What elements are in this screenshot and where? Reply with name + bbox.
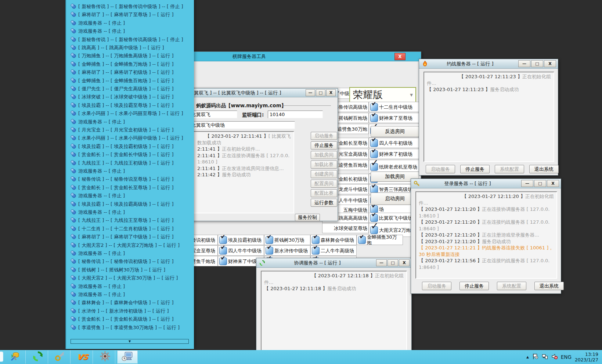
minimize-button[interactable]: — bbox=[376, 259, 387, 266]
load-room-button[interactable]: 加载房间 bbox=[311, 151, 337, 159]
server-list-item[interactable]: [ 大闹天宫2 ] -- [ 大闹天宫2万炮场 ] -- [ 运行 ] bbox=[71, 242, 180, 249]
taskbar-icon-server-tools[interactable] bbox=[5, 350, 26, 364]
flag-icon[interactable] bbox=[532, 353, 538, 361]
checkbox-checked-icon[interactable] bbox=[370, 163, 378, 171]
server-list-item[interactable]: 游戏服务器 -- [ 停止 ] bbox=[71, 167, 125, 175]
server-list-item[interactable]: [ 万炮捕鱼 ] -- [ 万炮捕鱼高级场 ] -- [ 运行 ] bbox=[71, 52, 174, 60]
run-params-button[interactable]: 运行参数 bbox=[311, 199, 337, 207]
maximize-button[interactable]: □ bbox=[387, 259, 398, 266]
start-service-button[interactable]: 启动服务 bbox=[422, 282, 451, 290]
stop-service-button[interactable]: 停止服务 bbox=[459, 282, 489, 290]
server-list-item[interactable]: [ 埃及拉霸 ] -- [ 埃及拉霸初级场 ] -- [ 运行 ] bbox=[71, 143, 174, 150]
system-config-button[interactable]: 系统配置 bbox=[495, 165, 524, 173]
scroll-down-button[interactable]: ▼ bbox=[71, 339, 189, 344]
server-list-item[interactable]: [ 冰球突破 ] -- [ 冰球突破中级场 ] -- [ 运行 ] bbox=[71, 93, 174, 101]
volume-muted-icon[interactable] bbox=[551, 353, 558, 361]
game-name-input[interactable] bbox=[190, 111, 237, 118]
checkbox-checked-icon[interactable] bbox=[370, 226, 378, 234]
clock[interactable]: 13:19 2023/1/27 bbox=[575, 352, 601, 363]
server-list-item[interactable]: 游戏服务器 -- [ 停止 ] bbox=[71, 250, 125, 257]
server-list-item[interactable]: [ 水果小玛丽 ] -- [ 水果小玛丽至尊场 ] -- [ 运行 ] bbox=[71, 110, 183, 117]
server-list-item[interactable]: [ 赏金船长 ] -- [ 赏金船长高级场 ] -- [ 运行 ] bbox=[71, 316, 174, 323]
room-checkbox-cell[interactable]: 森林舞会中级场 bbox=[310, 235, 357, 245]
checkbox-checked-icon[interactable] bbox=[370, 205, 378, 213]
tray-expand-icon[interactable]: ▲ bbox=[526, 355, 529, 359]
room-checkbox-cell[interactable]: 四人牛牛初级场 bbox=[369, 138, 421, 148]
server-list-item[interactable]: [ 月光宝盒 ] -- [ 月光宝盒初级场 ] -- [ 运行 ] bbox=[71, 126, 174, 134]
checkbox-checked-icon[interactable] bbox=[312, 236, 320, 244]
room-checkbox-cell[interactable]: 金蝉捕鱼30万炮 bbox=[357, 235, 403, 245]
server-list-item[interactable]: [ 赏金船长 ] -- [ 赏金船长中级场 ] -- [ 运行 ] bbox=[71, 151, 174, 158]
close-button[interactable]: X bbox=[394, 53, 405, 60]
minimize-button[interactable]: — bbox=[521, 180, 533, 187]
room-checkbox-cell[interactable]: 财神来了至尊场 bbox=[369, 113, 421, 123]
listen-port-input[interactable] bbox=[268, 111, 323, 118]
server-list-item[interactable]: [ 跳高高 ] -- [ 跳高高中级场 ] -- [ 运行 ] bbox=[71, 44, 164, 51]
room-checkbox-cell[interactable]: 十二生肖中级场 bbox=[369, 102, 421, 112]
server-list-item[interactable]: [ 森林舞会 ] -- [ 森林舞会中级场 ] -- [ 运行 ] bbox=[71, 299, 174, 306]
checkbox-checked-icon[interactable] bbox=[370, 150, 378, 158]
server-list-item[interactable]: 游戏服务器 -- [ 停止 ] bbox=[71, 283, 125, 290]
server-list-item[interactable]: [ 金蝉捕鱼 ] -- [ 金蝉捕鱼百炮场 ] -- [ 运行 ] bbox=[71, 77, 174, 84]
server-list-item[interactable]: [ 麻将胡了 ] -- [ 麻将胡了至尊场 ] -- [ 运行 ] bbox=[71, 11, 174, 18]
taskbar-icon-battle-vs[interactable]: VS bbox=[72, 350, 93, 364]
server-list-item[interactable]: [ 金蝉捕鱼 ] -- [ 金蝉捕鱼万炮场 ] -- [ 运行 ] bbox=[71, 61, 174, 68]
room-checkbox-cell[interactable]: 冰球突破至尊场 bbox=[322, 223, 369, 233]
close-button[interactable]: X bbox=[326, 89, 336, 96]
server-list-item[interactable]: [ 十二生肖 ] -- [ 十二生肖初级场 ] -- [ 运行 ] bbox=[71, 225, 174, 233]
stop-service-button[interactable]: 停止服务 bbox=[311, 141, 337, 149]
language-indicator[interactable]: ENG bbox=[561, 354, 572, 360]
room-name-input[interactable] bbox=[190, 121, 295, 129]
server-list-item[interactable]: [ 埃及拉霸 ] -- [ 埃及拉霸高级场 ] -- [ 运行 ] bbox=[71, 201, 174, 208]
minimize-button[interactable]: — bbox=[306, 89, 315, 96]
load-match-button[interactable]: 加载比赛 bbox=[311, 161, 337, 169]
server-list-item[interactable]: 游戏服务器 -- [ 停止 ] bbox=[71, 192, 125, 199]
server-list-item[interactable]: [ 新秘鲁传说 ] -- [ 新秘鲁传说高级场 ] -- [ 停止 ] bbox=[71, 36, 183, 43]
server-list-item[interactable]: [ 水浒传 ] -- [ 新水浒传初级场 ] -- [ 运行 ] bbox=[71, 307, 169, 315]
minimize-button[interactable]: — bbox=[518, 60, 530, 67]
checkbox-checked-icon[interactable] bbox=[370, 214, 378, 222]
taskbar-icon-coordinator-recycle[interactable] bbox=[28, 350, 48, 364]
start-service-button[interactable]: 启动服务 bbox=[311, 132, 337, 140]
room-checkbox-cell[interactable]: 埃及拉霸初级场 bbox=[218, 235, 264, 245]
server-list-item[interactable]: 游戏服务器 -- [ 停止 ] bbox=[71, 19, 125, 27]
room-checkbox-cell[interactable]: 摇钱树30万场 bbox=[264, 235, 310, 245]
room-checkbox-cell[interactable]: 四人牛牛中级场 bbox=[218, 245, 264, 256]
room-checkbox-cell[interactable]: 财神来了初级场 bbox=[369, 149, 421, 159]
server-list-item[interactable]: [ 埃及拉霸 ] -- [ 埃及拉霸至尊场 ] -- [ 运行 ] bbox=[71, 102, 174, 109]
close-button[interactable]: X bbox=[399, 259, 410, 266]
taskbar-icon-login-key[interactable] bbox=[50, 350, 71, 364]
maximize-button[interactable]: □ bbox=[531, 60, 543, 67]
room-checkbox-cell[interactable]: 新水浒传中级场 bbox=[264, 245, 310, 256]
server-list-item[interactable]: [ 李逵劈鱼 ] -- [ 李逵劈鱼30万炮场 ] -- [ 运行 ] bbox=[71, 324, 180, 331]
checkbox-checked-icon[interactable] bbox=[219, 236, 227, 244]
server-list-item[interactable]: [ 水果小玛丽 ] -- [ 水果小玛丽中级场 ] -- [ 运行 ] bbox=[71, 134, 183, 142]
server-list-item[interactable]: [ 九线拉王 ] -- [ 九线拉王至尊场 ] -- [ 运行 ] bbox=[71, 217, 174, 224]
server-list-item[interactable]: [ 麻将胡了 ] -- [ 麻将胡了中级场 ] -- [ 运行 ] bbox=[71, 233, 174, 241]
checkbox-checked-icon[interactable] bbox=[219, 247, 227, 255]
maximize-button[interactable]: □ bbox=[316, 89, 325, 96]
system-config-button[interactable]: 系统配置 bbox=[497, 282, 526, 290]
taskbar-icon-settings-gear[interactable] bbox=[95, 350, 115, 364]
honor-version-dropdown[interactable]: 荣耀版▼ bbox=[349, 87, 416, 102]
server-list-item[interactable]: [ 秘鲁传说 ] -- [ 秘鲁传说初级场 ] -- [ 运行 ] bbox=[71, 258, 174, 265]
server-list-item[interactable]: [ 大闹天宫2 ] -- [ 大闹天宫30万场 ] -- [ 运行 ] bbox=[71, 274, 178, 282]
checkbox-checked-icon[interactable] bbox=[370, 103, 378, 111]
server-list-item[interactable]: [ 新秘鲁传说 ] -- [ 新秘鲁传说中级场 ] -- [ 停止 ] bbox=[71, 3, 183, 10]
start-service-button[interactable]: 启动服务 bbox=[426, 165, 455, 173]
server-list-item[interactable]: [ 九线拉王 ] -- [ 九线拉王初级场 ] -- [ 运行 ] bbox=[71, 159, 174, 167]
maximize-button[interactable]: □ bbox=[534, 180, 546, 187]
server-list-item[interactable]: [ 赏金船长 ] -- [ 赏金船长至尊场 ] -- [ 运行 ] bbox=[71, 184, 174, 191]
checkbox-checked-icon[interactable] bbox=[266, 247, 273, 255]
room-checkbox-cell[interactable]: 二人牛牛高级场 bbox=[310, 245, 357, 256]
invert-selection-button[interactable]: 反选房间 bbox=[371, 126, 419, 137]
checkbox-checked-icon[interactable] bbox=[266, 236, 273, 244]
close-button[interactable]: X bbox=[547, 180, 559, 187]
config-match-button[interactable]: 配置比赛 bbox=[311, 189, 337, 197]
exit-system-button[interactable]: 退出系统 bbox=[534, 282, 564, 290]
checkbox-checked-icon[interactable] bbox=[219, 257, 227, 265]
server-list-item[interactable]: 游戏服务器 -- [ 停止 ] bbox=[71, 209, 125, 216]
network-icon[interactable] bbox=[542, 353, 548, 361]
create-room-button[interactable]: 创建房间 bbox=[311, 170, 337, 178]
server-list-item[interactable]: [ 秘鲁传说 ] -- [ 秘鲁传说至尊场 ] -- [ 运行 ] bbox=[71, 176, 174, 183]
